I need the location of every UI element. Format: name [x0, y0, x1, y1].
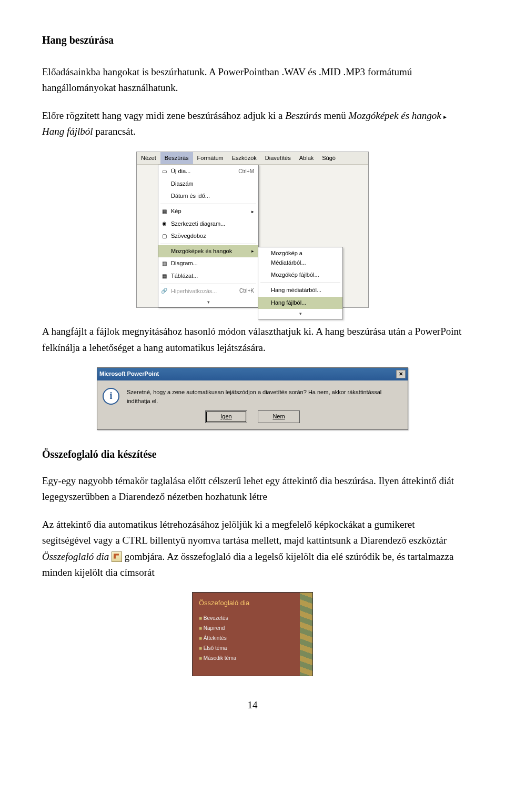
mi-label: Szerkezeti diagram...	[171, 219, 225, 229]
hyperlink-icon: 🔗	[160, 287, 168, 295]
textbox-icon: ▢	[160, 233, 168, 240]
slide-bullet: Első téma	[199, 644, 306, 653]
menu-bar: Nézet Beszúrás Formátum Eszközök Diavetí…	[137, 152, 368, 165]
mi-slide-number[interactable]: Diaszám	[158, 178, 258, 191]
dropdown-beszuras: ▭ Új dia... Ctrl+M Diaszám Dátum és idő.…	[158, 165, 259, 307]
yes-button[interactable]: Igen	[205, 410, 247, 423]
expand-chevron-icon[interactable]: ▾	[258, 309, 342, 318]
mi-label: Mozgóképek és hangok	[171, 247, 232, 256]
mi-chart[interactable]: ▥ Diagram...	[158, 257, 258, 270]
separator	[160, 244, 256, 244]
menu-diavetites[interactable]: Diavetítés	[261, 152, 295, 165]
italic-text: Beszúrás	[285, 110, 321, 121]
paragraph-1: Előadásainkba hangokat is beszúrhatunk. …	[42, 64, 463, 96]
mi-struct-diagram[interactable]: ◉ Szerkezeti diagram...	[158, 218, 258, 230]
paragraph-4: Egy-egy nagyobb témakör taglalása előtt …	[42, 473, 463, 505]
separator	[160, 204, 256, 204]
chevron-right-icon: ▸	[251, 247, 254, 255]
mi-label: Dátum és idő...	[171, 192, 210, 201]
mi-label: Mozgókép a Médiatárból...	[271, 249, 338, 267]
dialog-title: Microsoft PowerPoint	[99, 369, 159, 379]
menu-ablak[interactable]: Ablak	[295, 152, 318, 165]
slide-bullets: Bevezetés Napirend Áttekintés Első téma …	[199, 614, 306, 663]
text: Az áttekintő dia automatikus létrehozásá…	[42, 519, 447, 546]
menu-formatum[interactable]: Formátum	[193, 152, 228, 165]
mi-label: Kép	[171, 207, 181, 216]
italic-text: Mozgóképek és hangok	[349, 110, 441, 121]
slide-bullet: Bevezetés	[199, 614, 306, 623]
dialog-message: Szeretné, hogy a zene automatikusan lejá…	[127, 388, 402, 406]
mi-label: Mozgókép fájlból...	[271, 270, 319, 280]
info-icon: i	[103, 388, 119, 405]
mi-shortcut: Ctrl+M	[238, 167, 254, 176]
chart-icon: ▥	[160, 260, 168, 267]
new-slide-icon: ▭	[160, 168, 168, 175]
mi-new-slide[interactable]: ▭ Új dia... Ctrl+M	[158, 165, 258, 178]
paragraph-3: A hangfájlt a fájlok megnyitásához hason…	[42, 324, 463, 356]
paragraph-5: Az áttekintő dia automatikus létrehozásá…	[42, 517, 463, 581]
text: Előre rögzített hang vagy midi zene besz…	[42, 110, 285, 121]
mi-movie-from-clip[interactable]: Mozgókép a Médiatárból...	[258, 247, 342, 269]
slide-bullet: Áttekintés	[199, 634, 306, 643]
mi-label: Táblázat...	[171, 272, 198, 281]
button-label: Igen	[220, 412, 231, 422]
close-button[interactable]: ✕	[396, 370, 406, 378]
no-button[interactable]: Nem	[258, 410, 300, 423]
picture-icon: ▦	[160, 208, 168, 215]
menu-screenshot: Nézet Beszúrás Formátum Eszközök Diavetí…	[136, 152, 369, 308]
mi-label: Szövegdoboz	[171, 232, 206, 241]
page-number: 14	[42, 697, 463, 713]
menu-beszuras[interactable]: Beszúrás	[160, 152, 193, 165]
menu-sugo[interactable]: Súgó	[318, 152, 340, 165]
table-icon: ▦	[160, 273, 168, 280]
slide-bullet: Napirend	[199, 624, 306, 633]
separator	[160, 284, 256, 284]
powerpoint-dialog: Microsoft PowerPoint ✕ i Szeretné, hogy …	[97, 367, 408, 430]
mi-label: Hang fájlból...	[271, 298, 306, 308]
chevron-right-icon: ▸	[251, 208, 254, 215]
text: menü	[324, 110, 349, 121]
mi-shortcut: Ctrl+K	[239, 287, 254, 295]
mi-label: Hang médiatárból...	[271, 286, 321, 295]
slide-decoration	[300, 593, 312, 676]
triangle-icon: ▸	[443, 113, 447, 121]
text: parancsát.	[95, 126, 135, 137]
submenu-movies-sounds: Mozgókép a Médiatárból... Mozgókép fájlb…	[258, 247, 343, 319]
mi-label: Új dia...	[171, 167, 190, 176]
mi-sound-from-file[interactable]: Hang fájlból...	[258, 297, 342, 309]
menu-eszkozok[interactable]: Eszközök	[228, 152, 261, 165]
heading-osszefoglalo: Összefoglaló dia készítése	[42, 446, 463, 463]
mi-date-time[interactable]: Dátum és idő...	[158, 190, 258, 203]
mi-label: Hiperhivatkozás...	[171, 287, 217, 296]
mi-hyperlink: 🔗 Hiperhivatkozás... Ctrl+K	[158, 285, 258, 298]
mi-label: Diaszám	[171, 179, 194, 189]
italic-text: Hang fájlból	[42, 126, 93, 137]
italic-text: Összefoglaló dia	[42, 551, 109, 562]
menu-nezet[interactable]: Nézet	[137, 152, 160, 165]
mi-movie-from-file[interactable]: Mozgókép fájlból...	[258, 269, 342, 282]
mi-table[interactable]: ▦ Táblázat...	[158, 270, 258, 283]
mi-sound-from-clip[interactable]: Hang médiatárból...	[258, 284, 342, 297]
expand-chevron-icon[interactable]: ▾	[158, 297, 258, 307]
separator	[260, 283, 340, 283]
mi-movies-sounds[interactable]: Mozgóképek és hangok ▸	[158, 245, 258, 258]
diagram-icon: ◉	[160, 220, 168, 227]
mi-label: Diagram...	[171, 259, 198, 268]
button-label: Nem	[272, 412, 285, 422]
paragraph-2: Előre rögzített hang vagy midi zene besz…	[42, 108, 463, 140]
slide-title: Összefoglaló dia	[199, 598, 306, 609]
summary-slide-toolbar-icon	[112, 552, 122, 562]
summary-slide-preview: Összefoglaló dia Bevezetés Napirend Átte…	[192, 592, 313, 676]
mi-textbox[interactable]: ▢ Szövegdoboz	[158, 230, 258, 243]
mi-picture[interactable]: ▦ Kép ▸	[158, 205, 258, 218]
dialog-titlebar: Microsoft PowerPoint ✕	[97, 368, 408, 380]
heading-hang-beszurasa: Hang beszúrása	[42, 32, 463, 48]
slide-bullet: Második téma	[199, 654, 306, 663]
